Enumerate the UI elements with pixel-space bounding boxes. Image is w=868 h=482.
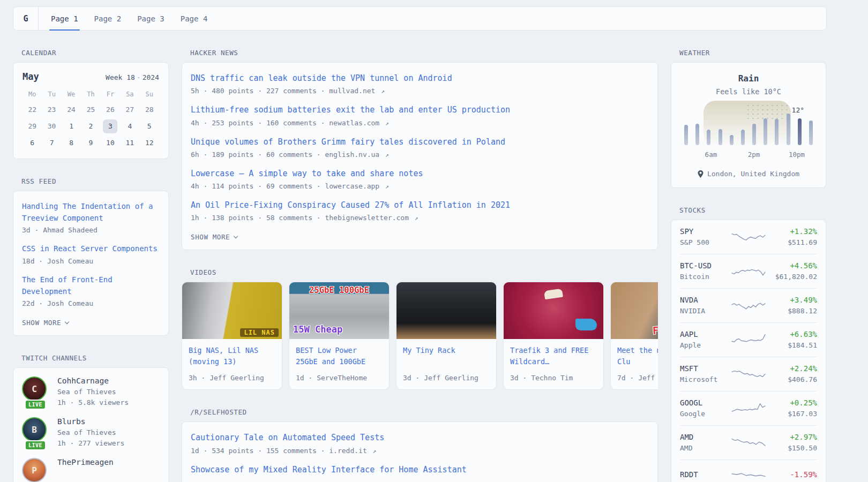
video-thumbnail[interactable]: FAS (611, 282, 658, 339)
stock-row-nvda[interactable]: NVDA NVIDIA +3.49% $888.12 (680, 288, 817, 322)
external-link-icon[interactable]: ↗ (381, 88, 385, 95)
stocks-section-title: STOCKS (679, 206, 826, 214)
channel-viewers: 1h · 5.8k viewers (57, 398, 129, 406)
video-card[interactable]: Traefik 3 and FREE Wildcard… 3d · Techno… (503, 282, 604, 390)
stock-row-msft[interactable]: MSFT Microsoft +2.24% $406.76 (680, 357, 817, 391)
external-link-icon[interactable]: ↗ (385, 120, 389, 127)
stock-name: Google (680, 410, 731, 418)
stock-row-aapl[interactable]: AAPL Apple +6.63% $184.51 (680, 322, 817, 357)
tab-page-2[interactable]: Page 2 (86, 7, 130, 30)
stock-symbol[interactable]: AAPL (680, 330, 731, 338)
stock-symbol[interactable]: BTC-USD (680, 261, 731, 270)
video-thumbnail[interactable] (504, 282, 603, 339)
stock-change: +3.49% (766, 296, 817, 304)
hn-item-link[interactable]: An Oil Price-Fixing Conspiracy Caused 27… (191, 199, 649, 212)
video-card[interactable]: LIL NAS Big NAS, Lil NAS (moving 13) 3h … (182, 282, 282, 390)
calendar-day: 7 (42, 134, 61, 151)
weather-hour-bar (752, 124, 756, 145)
video-title-link[interactable]: BEST Low Power 25GbE and 100GbE Switch… (296, 345, 383, 368)
twitch-channel-theprimeagen[interactable]: P ThePrimeagen (22, 458, 160, 482)
calendar-week-label: Week 18·2024 (106, 73, 159, 81)
stock-symbol[interactable]: GOOGL (680, 398, 731, 407)
channel-name[interactable]: CohhCarnage (57, 376, 129, 385)
external-link-icon[interactable]: ↗ (385, 152, 389, 159)
top-navigation-bar: G Page 1 Page 2 Page 3 Page 4 (13, 6, 827, 31)
weekday-label: Su (140, 91, 159, 98)
weather-time-label: 6am (705, 150, 717, 159)
stock-row-spy[interactable]: SPY S&P 500 +1.32% $511.69 (680, 220, 817, 254)
video-title-link[interactable]: Big NAS, Lil NAS (moving 13) (189, 345, 275, 368)
rss-item-link[interactable]: CSS in React Server Components (22, 243, 160, 255)
video-card[interactable]: 25GbE 100GbE 15W Cheap BEST Low Power 25… (289, 282, 390, 390)
video-title-link[interactable]: Meet the new Linux Clu (617, 345, 658, 368)
hn-item-meta: 1h · 138 points · 58 comments · thebigne… (191, 214, 649, 222)
video-card[interactable]: My Tiny Rack 3d · Jeff Geerling (396, 282, 497, 390)
stock-symbol[interactable]: NVDA (680, 296, 731, 304)
hn-meta-text: 1h · 138 points · 58 comments · thebigne… (191, 214, 409, 222)
hn-item-link[interactable]: Unique volumes of Brothers Grimm fairy t… (191, 136, 649, 148)
page-tabs: Page 1 Page 2 Page 3 Page 4 (39, 7, 215, 30)
twitch-channel-blurbs[interactable]: B LIVE Blurbs Sea of Thieves 1h · 277 vi… (22, 417, 160, 447)
hn-item-link[interactable]: Lithium-free sodium batteries exit the l… (191, 104, 649, 116)
show-more-label: SHOW MORE (191, 233, 230, 241)
live-badge: LIVE (25, 400, 46, 410)
reddit-selfhosted-widget: Cautionary Tale on Automated Speed Tests… (182, 421, 658, 482)
stock-price: $167.03 (766, 410, 817, 418)
calendar-year: 2024 (143, 73, 159, 81)
rss-item-link[interactable]: The End of Front-End Development (22, 274, 160, 297)
tab-page-3[interactable]: Page 3 (129, 7, 173, 30)
rss-item-link[interactable]: Handling The Indentation of a Treeview C… (22, 201, 160, 224)
video-thumbnail[interactable]: 25GbE 100GbE 15W Cheap (289, 282, 389, 339)
stock-row-amd[interactable]: AMD AMD +2.97% $150.50 (680, 425, 817, 460)
video-card[interactable]: FAS Meet the new Linux Clu 7d · Jeff Gee… (610, 282, 658, 390)
channel-name[interactable]: ThePrimeagen (57, 458, 114, 466)
weather-hour-bar (684, 125, 688, 145)
stock-row-btc-usd[interactable]: BTC-USD Bitcoin +4.56% $61,820.02 (680, 254, 817, 288)
weekday-label: Th (81, 91, 100, 98)
stock-row-googl[interactable]: GOOGL Google +0.25% $167.03 (680, 391, 817, 425)
external-link-icon[interactable]: ↗ (385, 183, 389, 190)
stock-symbol[interactable]: RDDT (680, 470, 731, 479)
weekday-label: Mo (23, 91, 42, 98)
twitch-channel-cohhcarnage[interactable]: C LIVE CohhCarnage Sea of Thieves 1h · 5… (22, 376, 160, 406)
stock-symbol[interactable]: MSFT (680, 364, 731, 373)
channel-game[interactable]: Sea of Thieves (57, 428, 124, 436)
channel-avatar: P (22, 458, 47, 482)
calendar-day: 28 (140, 101, 159, 118)
chevron-down-icon (65, 320, 69, 324)
show-more-label: SHOW MORE (22, 319, 61, 327)
thumbnail-text: 25GbE 100GbE (309, 285, 369, 295)
external-link-icon[interactable]: ↗ (373, 448, 377, 455)
weather-hour-bar (787, 114, 790, 145)
reddit-item-link[interactable]: Cautionary Tale on Automated Speed Tests (191, 432, 649, 444)
stock-change: +1.32% (766, 227, 817, 236)
calendar-day: 11 (120, 134, 139, 151)
rss-section-title: RSS FEED (21, 177, 169, 185)
reddit-item-link[interactable]: Showcase of my Mixed Reality Interface f… (191, 464, 649, 476)
stock-name: Bitcoin (680, 273, 731, 281)
tab-page-1[interactable]: Page 1 (43, 7, 86, 30)
video-thumbnail[interactable]: LIL NAS (182, 282, 282, 339)
video-title-link[interactable]: My Tiny Rack (403, 345, 490, 368)
rss-show-more-button[interactable]: SHOW MORE (22, 319, 69, 327)
hn-show-more-button[interactable]: SHOW MORE (191, 233, 237, 241)
external-link-icon[interactable]: ↗ (415, 215, 418, 222)
video-title-link[interactable]: Traefik 3 and FREE Wildcard… (510, 345, 597, 368)
hn-item: Unique volumes of Brothers Grimm fairy t… (191, 136, 649, 159)
hn-item-meta: 4h · 253 points · 160 comments · newatla… (191, 119, 649, 127)
calendar-widget: May Week 18·2024 Mo Tu We Th Fr Sa Su 22… (13, 62, 169, 159)
hn-item-link[interactable]: DNS traffic can leak outside the VPN tun… (191, 72, 649, 85)
stock-sparkline (731, 401, 766, 416)
stock-symbol[interactable]: SPY (680, 227, 731, 236)
app-logo[interactable]: G (13, 7, 39, 30)
hn-item: Lowercase – A simple way to take and sha… (191, 168, 649, 190)
channel-game[interactable]: Sea of Thieves (57, 388, 129, 396)
hn-item-link[interactable]: Lowercase – A simple way to take and sha… (191, 168, 649, 180)
stock-symbol[interactable]: AMD (680, 433, 731, 441)
video-thumbnail[interactable] (396, 282, 496, 339)
stock-row-rddt[interactable]: RDDT -1.59% (680, 460, 817, 482)
calendar-week-number: Week 18 (106, 73, 135, 81)
channel-name[interactable]: Blurbs (57, 417, 124, 426)
tab-page-4[interactable]: Page 4 (173, 7, 216, 30)
calendar-day: 1 (62, 118, 81, 134)
